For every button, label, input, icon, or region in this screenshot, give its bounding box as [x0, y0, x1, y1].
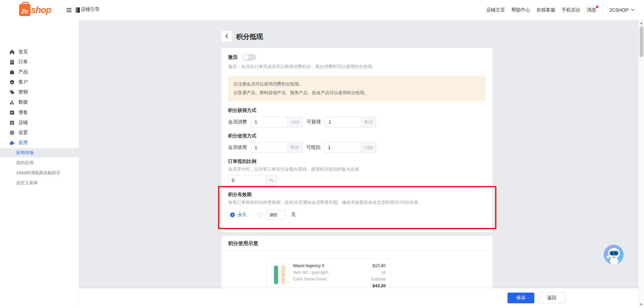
use-row: 会员使用 积分 可抵扣 USD — [228, 142, 380, 153]
validity-days-unit: 天 — [291, 212, 296, 218]
ratio-unit: % — [266, 175, 277, 186]
activate-toggle[interactable] — [243, 54, 256, 61]
validity-permanent-radio[interactable] — [230, 212, 235, 217]
collapse-sidebar-icon[interactable] — [66, 7, 72, 13]
settings-card: 激活 激活：会员在订单完成后可以获得消费积分，再次消费时可以使用积分抵现。 仅注… — [221, 48, 492, 232]
nav-online-service[interactable]: 在线客服 — [536, 7, 555, 13]
storefront-icon — [9, 120, 15, 125]
sidebar-subitem-app-market[interactable]: 应用市场 — [0, 148, 79, 158]
nav-messages-label: 消息 — [587, 7, 596, 12]
product-color: Color Name:Green — [293, 277, 328, 282]
guide-book-icon[interactable] — [74, 7, 81, 13]
back-chevron-icon — [224, 34, 229, 39]
ratio-desc: 会员支付时，以当笔订单支付金额为基础，使用积分抵扣的最大比例 — [228, 166, 359, 172]
use-label2: 可抵扣 — [306, 144, 320, 150]
use-amount-input[interactable] — [324, 142, 361, 153]
sidebar-item-data[interactable]: 数据 — [0, 97, 79, 107]
orders-icon — [9, 59, 15, 65]
products-icon — [9, 69, 15, 75]
logo-bag-icon: 2c — [19, 4, 31, 16]
sidebar-subitem-custom-forms[interactable]: 自定义表单 — [0, 178, 79, 188]
sidebar-item-settings[interactable]: 设置 — [0, 128, 79, 138]
use-points-input[interactable] — [251, 142, 288, 153]
sidebar-item-label: 博客 — [18, 110, 28, 116]
product-qty: x4 — [371, 270, 386, 275]
earn-row: 会员消费 USD 可获得 积分 — [228, 117, 380, 127]
marketing-tag-icon — [9, 89, 15, 95]
validity-desc: 每笔订单获得积分的有效期，提前30天通知会员即将到期。修改有效期后会在北京时间1… — [228, 199, 418, 205]
back-button[interactable] — [221, 31, 232, 42]
earn-unit2: 积分 — [362, 117, 376, 127]
product-name: Maxxi legency II — [293, 263, 328, 268]
blog-edit-icon — [9, 110, 15, 115]
page-scrollbar — [638, 20, 644, 308]
sidebar-item-label: 应用 — [18, 140, 28, 146]
scrollbar-up-arrow[interactable] — [640, 22, 643, 24]
sidebar-item-label: 首页 — [18, 49, 28, 55]
puzzle-icon — [9, 140, 15, 145]
sidebar-item-label: 数据 — [18, 99, 28, 105]
sidebar-item-label: 营销 — [18, 89, 28, 95]
sidebar-item-apps[interactable]: 应用 — [0, 138, 79, 148]
product-image — [271, 263, 289, 287]
logo-prefix: 2c — [21, 8, 28, 15]
nav-help-center[interactable]: 帮助中心 — [511, 7, 530, 13]
divider — [221, 251, 492, 251]
validity-days-input[interactable] — [266, 210, 286, 220]
activate-label: 激活 — [228, 54, 237, 60]
product-item-no: Item NO.: qwpslgkh — [293, 270, 328, 275]
logo[interactable]: 2c shop — [19, 3, 51, 17]
validity-permanent-label: 永久 — [237, 212, 247, 218]
product-price: $10.80 — [371, 263, 386, 268]
use-heading: 积分使用方式 — [228, 133, 256, 139]
validity-days-radio[interactable] — [258, 212, 263, 217]
gear-icon — [9, 130, 15, 135]
earn-amount-input[interactable] — [251, 117, 288, 127]
earn-unit1: USD — [288, 117, 303, 127]
ratio-row: % — [228, 175, 281, 186]
sidebar-item-orders[interactable]: 订单 — [0, 57, 79, 67]
sidebar-item-home[interactable]: 首页 — [0, 47, 79, 57]
chatbot-widget[interactable] — [603, 244, 624, 265]
page-title: 积分抵现 — [236, 32, 263, 41]
sidebar-item-blog[interactable]: 博客 — [0, 108, 79, 118]
app-root: 2c shop 店铺引导 店铺主页 帮助中心 在线客服 手机后台 消息 2CSH… — [0, 0, 644, 308]
header-divider — [602, 7, 603, 13]
sidebar-subitem-1688-assistant[interactable]: 1688跨境电商采购助手 — [0, 168, 79, 178]
sidebar-item-customers[interactable]: 客户 — [0, 77, 79, 87]
save-button[interactable]: 保存 — [507, 293, 534, 303]
toggle-knob — [244, 55, 249, 60]
scrollbar-down-arrow[interactable] — [640, 304, 643, 306]
scrollbar-thumb[interactable] — [640, 26, 643, 57]
earn-points-input[interactable] — [325, 117, 362, 127]
notice-box: 仅注册会员可以使用消费积分抵现。 仅普通产品、限时促销产品、预售产品、批发产品可… — [228, 75, 486, 102]
example-heading: 积分使用示意 — [228, 240, 258, 247]
nav-store-home[interactable]: 店铺主页 — [486, 7, 505, 13]
earn-heading: 积分获得方式 — [228, 108, 256, 114]
earn-label1: 会员消费 — [228, 119, 247, 125]
sidebar-item-marketing[interactable]: 营销 — [0, 87, 79, 97]
return-button[interactable]: 返回 — [538, 293, 565, 303]
sidebar-item-label: 客户 — [18, 79, 28, 85]
subtotal-label: Subtotal — [371, 277, 386, 282]
earn-label2: 可获得 — [307, 119, 321, 125]
sidebar-item-products[interactable]: 产品 — [0, 67, 79, 77]
logo-text: shop — [31, 5, 51, 15]
store-guide-link[interactable]: 店铺引导 — [81, 6, 100, 12]
sidebar-item-store[interactable]: 店铺 — [0, 118, 79, 128]
sidebar-item-label: 产品 — [18, 69, 28, 75]
ratio-percent-input[interactable] — [228, 175, 266, 186]
chevron-down-icon — [631, 9, 635, 11]
nav-messages[interactable]: 消息 — [587, 7, 596, 13]
sidebar-subitem-my-apps[interactable]: 我的应用 — [0, 158, 79, 168]
sidebar-item-label: 设置 — [18, 130, 28, 136]
account-menu[interactable]: 2CSHOP — [609, 7, 635, 13]
header-nav: 店铺主页 帮助中心 在线客服 手机后台 消息 2CSHOP — [486, 0, 635, 20]
sidebar-item-label: 订单 — [18, 59, 28, 65]
message-badge — [596, 6, 598, 8]
use-label1: 会员使用 — [228, 144, 247, 150]
activate-desc: 激活：会员在订单完成后可以获得消费积分，再次消费时可以使用积分抵现。 — [228, 64, 376, 70]
robot-icon — [603, 244, 624, 265]
use-unit2: USD — [361, 142, 376, 153]
nav-mobile-admin[interactable]: 手机后台 — [561, 7, 580, 13]
